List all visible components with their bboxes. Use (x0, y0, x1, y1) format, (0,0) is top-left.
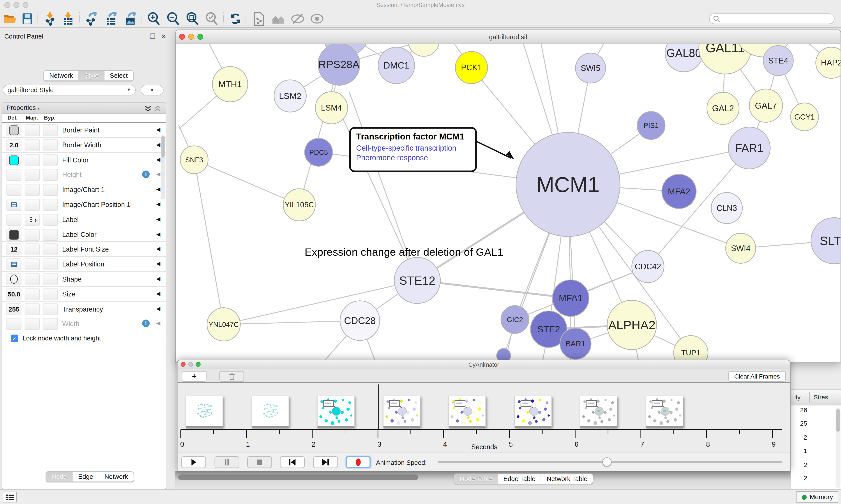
network-node-cdc28[interactable]: CDC28 (340, 301, 380, 340)
lock-size-checkbox[interactable]: ✓ (11, 335, 18, 342)
browser-tab-node[interactable]: Node (46, 472, 73, 482)
default-value-cell[interactable]: 255 (6, 303, 21, 315)
bypass-cell[interactable] (43, 214, 58, 226)
network-node-hap2[interactable]: HAP2 (816, 47, 841, 78)
expand-row-icon[interactable]: ◀ (156, 231, 160, 237)
mapping-cell[interactable] (25, 288, 40, 300)
mapping-cell[interactable] (25, 169, 40, 181)
mapping-cell[interactable] (25, 318, 40, 330)
export-network-icon[interactable] (83, 11, 99, 26)
clear-all-frames-button[interactable]: Clear All Frames (729, 371, 786, 382)
expand-row-icon[interactable]: ◀ (156, 171, 160, 177)
property-row[interactable]: Label Color◀ (2, 227, 166, 242)
expand-row-icon[interactable]: ◀ (156, 156, 160, 162)
expand-row-icon[interactable]: ◀ (156, 216, 160, 222)
column-header-stress[interactable]: Stres (813, 394, 828, 400)
tab-select[interactable]: Select (105, 71, 133, 80)
expand-row-icon[interactable]: ◀ (156, 246, 160, 252)
network-node-mfa1[interactable]: MFA1 (552, 280, 589, 317)
network-node-mcm1[interactable]: MCM1 (516, 132, 620, 236)
network-node-lsm4[interactable]: LSM4 (315, 92, 347, 124)
default-value-cell[interactable]: 2.0 (6, 139, 21, 151)
hide-selected-icon[interactable] (289, 11, 305, 26)
browser-tab-edge[interactable]: Edge (73, 472, 99, 482)
property-row[interactable]: 12Label Font Size◀ (2, 242, 166, 257)
property-row[interactable]: ⋮›Label◀ (2, 212, 166, 227)
network-node-gal2[interactable]: GAL2 (707, 92, 739, 124)
timeline-frame-5[interactable] (514, 396, 552, 427)
network-node-cdc42[interactable]: CDC42 (632, 250, 664, 283)
annotation-link-1[interactable]: Cell-type-specific transcription (356, 143, 470, 153)
property-row[interactable]: Fill Color◀ (2, 152, 166, 167)
timeline-frame-2[interactable] (317, 396, 355, 427)
property-row[interactable]: 255Transparency◀ (2, 302, 166, 317)
network-node-pck1[interactable]: PCK1 (455, 51, 487, 84)
mapping-cell[interactable] (25, 154, 40, 166)
default-value-cell[interactable] (6, 214, 21, 226)
table-tab-edge-table[interactable]: Edge Table (498, 474, 541, 484)
network-node-ste12[interactable]: STE12 (394, 257, 441, 304)
show-all-icon[interactable] (309, 11, 325, 26)
refresh-layout-icon[interactable] (227, 11, 243, 26)
record-button[interactable] (346, 456, 371, 468)
table-cell[interactable]: 2 (791, 434, 807, 447)
mapping-cell[interactable] (25, 199, 40, 211)
network-node-mfa2[interactable]: MFA2 (662, 174, 696, 209)
timeline-frame-7[interactable] (646, 396, 683, 427)
search-input[interactable] (709, 13, 835, 24)
network-node-dmc1[interactable]: DMC1 (378, 47, 415, 84)
timeline-frame-6[interactable] (580, 396, 618, 427)
table-cell[interactable]: 25 (791, 420, 807, 434)
property-row[interactable]: Label Position◀ (2, 257, 166, 272)
stop-button[interactable] (247, 456, 272, 468)
animation-speed-slider[interactable] (437, 461, 783, 463)
zoom-fit-icon[interactable] (184, 11, 200, 26)
property-row[interactable]: Shape◀ (2, 272, 166, 287)
timeline-frame-4[interactable] (449, 396, 486, 427)
bypass-cell[interactable] (43, 229, 58, 240)
tab-style[interactable]: Style (79, 71, 105, 80)
table-horizontal-scrollbar[interactable] (178, 474, 418, 480)
column-header-ity[interactable]: ity (794, 394, 801, 400)
annotation-link-2[interactable]: Pheromone response (356, 153, 470, 162)
mapping-cell[interactable] (25, 244, 40, 255)
bypass-cell[interactable] (43, 288, 58, 300)
import-table-icon[interactable] (60, 11, 76, 26)
network-canvas[interactable]: MTH1LSM2LSM4RPS28ADMC1DCP1PCK1SNF3PDC5YI… (176, 44, 840, 362)
network-node-dcp1[interactable]: DCP1 (408, 44, 439, 56)
default-value-cell[interactable] (6, 184, 21, 196)
timeline-frame-1[interactable] (251, 396, 289, 427)
browser-tab-network[interactable]: Network (99, 472, 133, 482)
zoom-selected-icon[interactable] (204, 11, 220, 26)
bypass-cell[interactable] (43, 258, 58, 270)
play-button[interactable] (181, 456, 206, 468)
property-row[interactable]: 2.0Border Width◀ (2, 138, 166, 152)
mapping-cell[interactable] (25, 124, 40, 136)
mapping-cell[interactable]: ⋮› (25, 214, 40, 226)
open-session-icon[interactable] (2, 11, 18, 26)
network-node-ynl047c[interactable]: YNL047C (207, 308, 240, 341)
pause-button[interactable] (215, 456, 239, 468)
timeline-playhead[interactable] (378, 384, 379, 430)
skip-start-button[interactable] (280, 456, 305, 468)
export-table-icon[interactable] (103, 11, 119, 26)
default-value-cell[interactable] (6, 229, 21, 240)
mapping-cell[interactable] (25, 139, 40, 151)
property-row[interactable]: Heighti◀ (2, 167, 166, 182)
close-panel-icon[interactable]: ✕ (161, 33, 166, 40)
expand-all-icon[interactable] (144, 105, 152, 112)
default-value-cell[interactable] (6, 169, 21, 181)
network-node-yil105c[interactable]: YIL105C (283, 189, 315, 221)
network-node-pis1[interactable]: PIS1 (637, 111, 665, 139)
import-network-icon[interactable] (42, 11, 58, 26)
bypass-cell[interactable] (43, 124, 58, 136)
show-panel-list-button[interactable] (3, 492, 17, 502)
skip-end-button[interactable] (313, 456, 338, 468)
expand-row-icon[interactable]: ◀ (156, 320, 160, 326)
network-node-swi4[interactable]: SWI4 (726, 233, 756, 263)
timeline-frame-0[interactable] (185, 396, 223, 427)
memory-button[interactable]: Memory (796, 491, 838, 503)
timeline-frame-3[interactable] (383, 396, 420, 427)
table-tab-node-table[interactable]: Node Table (454, 474, 498, 484)
network-node-lsm2[interactable]: LSM2 (274, 80, 306, 112)
